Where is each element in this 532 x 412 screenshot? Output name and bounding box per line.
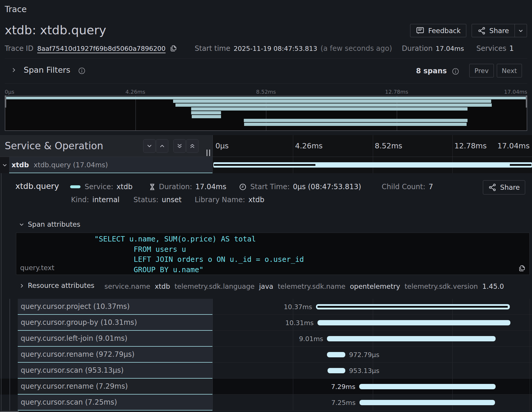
timeline-gridline — [293, 379, 293, 394]
span-filters-info-icon[interactable] — [78, 67, 86, 74]
root-span-name[interactable]: xtdb xtdb.query (17.04ms) — [9, 157, 212, 173]
span-name-cell[interactable]: query.cursor.project (10.37ms) — [18, 299, 212, 315]
timeline-gridline — [293, 363, 293, 378]
trace-id-value[interactable]: 8aaf75410d1927f69b8d5060a7896200 — [37, 45, 166, 52]
critical-path-segment — [214, 164, 315, 166]
duration-label: Duration — [402, 44, 433, 53]
prev-button[interactable]: Prev — [469, 64, 494, 77]
span-row-root[interactable]: xtdb xtdb.query (17.04ms) — [0, 157, 532, 173]
span-filters-label[interactable]: Span Filters — [24, 65, 70, 74]
share-dropdown-button[interactable] — [515, 24, 527, 37]
span-duration-label: 7.25ms — [331, 399, 356, 406]
chevron-down-icon — [146, 143, 153, 149]
span-bar-cell[interactable]: 9.01ms — [212, 331, 532, 347]
span-bar[interactable] — [316, 304, 510, 309]
timeline-gridline — [452, 135, 453, 157]
indent-guide — [1, 299, 1, 315]
indent-guide — [9, 363, 10, 379]
indent-guide — [9, 347, 10, 363]
root-span-bar-cell[interactable] — [212, 157, 532, 173]
expand-one-button[interactable] — [156, 139, 168, 153]
collapse-all-button[interactable] — [173, 139, 186, 153]
span-row[interactable]: query.cursor.group-by (10.31ms)10.31ms — [0, 315, 532, 331]
detail-child-count-label: Child Count: — [382, 183, 425, 191]
root-span-bar[interactable] — [213, 162, 532, 168]
timeline-gridline — [373, 135, 373, 157]
span-name-cell[interactable]: query.cursor.rename (972.79μs) — [18, 347, 212, 363]
span-bar-cell[interactable]: 7.29ms — [212, 379, 532, 395]
resource-attributes-expander[interactable] — [19, 283, 25, 289]
span-bar[interactable] — [317, 320, 510, 325]
resource-attr-value: java — [259, 283, 273, 290]
span-row[interactable]: query.cursor.project (10.37ms)10.37ms — [0, 299, 532, 315]
attribute-value: "SELECT u.name, SUM(o.price) AS total FR… — [94, 234, 304, 275]
detail-child-count-value: 7 — [429, 183, 433, 191]
span-bar[interactable] — [327, 352, 345, 357]
column-resize-handle[interactable] — [207, 150, 210, 156]
span-name-label: query.cursor.rename (972.79μs) — [21, 350, 135, 359]
root-collapse-toggle[interactable] — [0, 157, 9, 173]
minimap-span-bar — [244, 123, 466, 126]
span-attributes-expander[interactable] — [19, 222, 25, 228]
span-bar[interactable] — [328, 368, 345, 373]
span-row[interactable]: query.cursor.rename (972.79μs)972.79μs — [0, 347, 532, 363]
trace-minimap[interactable] — [5, 95, 527, 131]
span-row[interactable]: query.cursor.scan (953.13μs)953.13μs — [0, 363, 532, 379]
service-color-swatch — [70, 185, 80, 188]
span-bar-cell[interactable]: 953.13μs — [212, 363, 532, 379]
span-bar-cell[interactable]: 972.79μs — [212, 347, 532, 363]
copy-trace-id-button[interactable] — [170, 45, 177, 52]
feedback-button[interactable]: Feedback — [410, 24, 466, 37]
share-split-button: Share — [472, 24, 527, 37]
minimap-span-bar — [191, 111, 221, 114]
span-name-label: query.cursor.group-by (10.31ms) — [21, 318, 137, 327]
critical-path-segment — [510, 164, 531, 166]
expand-all-button[interactable] — [186, 139, 199, 153]
detail-start-time-field: Start Time:0μs (08:47:53.813) — [250, 183, 361, 191]
indent-guide — [9, 395, 10, 411]
span-bar[interactable] — [359, 400, 495, 405]
indent-guide — [9, 379, 10, 395]
span-name-cell[interactable]: query.cursor.group-by (10.31ms) — [18, 315, 212, 331]
start-time-label: Start time — [195, 44, 230, 53]
span-name-cell[interactable]: query.cursor.scan (7.25ms) — [18, 395, 212, 411]
attribute-row-query-text: query.text "SELECT u.name, SUM(o.price) … — [16, 233, 530, 275]
minimap-axis-label: 12.78ms — [385, 89, 408, 95]
timeline-ticks: 0μs4.26ms8.52ms12.78ms17.04ms — [212, 135, 532, 157]
chevron-right-icon — [11, 67, 17, 73]
minimap-left-handle[interactable] — [5, 95, 6, 108]
span-name-cell[interactable]: query.cursor.scan (953.13μs) — [18, 363, 212, 379]
minimap-axis: 0μs4.26ms8.52ms12.78ms17.04ms — [5, 89, 527, 95]
detail-share-button[interactable]: Share — [483, 180, 525, 194]
span-bar[interactable] — [327, 336, 495, 341]
span-name-label: query.cursor.left-join (9.01ms) — [21, 334, 128, 343]
span-row[interactable]: query.cursor.rename (7.29ms)7.29ms — [0, 379, 532, 395]
share-button[interactable]: Share — [472, 24, 515, 37]
next-button[interactable]: Next — [497, 64, 522, 77]
resource-attributes-label[interactable]: Resource attributes — [28, 282, 94, 289]
span-bar-cell[interactable]: 10.31ms — [212, 315, 532, 331]
minimap-axis-label: 8.52ms — [256, 89, 276, 95]
critical-path-segment — [317, 306, 508, 308]
span-row[interactable]: query.cursor.scan (7.25ms)7.25ms — [0, 395, 532, 411]
chevron-up-icon — [159, 143, 165, 149]
span-attributes-label[interactable]: Span attributes — [28, 220, 80, 228]
span-bar-cell[interactable]: 7.25ms — [212, 395, 532, 411]
span-name-cell[interactable]: query.cursor.rename (7.29ms) — [18, 379, 212, 395]
detail-service-field: Service:xtdb — [85, 183, 133, 191]
services-value: 1 — [509, 44, 514, 53]
minimap-right-handle[interactable] — [526, 95, 527, 108]
collapse-one-button[interactable] — [143, 139, 156, 153]
span-name-cell[interactable]: query.cursor.left-join (9.01ms) — [18, 331, 212, 347]
span-bar[interactable] — [359, 384, 496, 389]
detail-start-time-value: 0μs (08:47:53.813) — [293, 183, 361, 191]
row-indent-strip — [0, 315, 18, 331]
copy-attribute-button[interactable] — [518, 265, 526, 272]
span-count-info-icon[interactable] — [452, 68, 459, 75]
span-filters-expander[interactable] — [11, 67, 17, 73]
grip-bar — [207, 150, 207, 156]
span-row[interactable]: query.cursor.left-join (9.01ms)9.01ms — [0, 331, 532, 347]
span-bar-cell[interactable]: 10.37ms — [212, 299, 532, 315]
detail-library-field: Library Name:xtdb — [195, 196, 265, 204]
span-detail-panel: xtdb.query Service:xtdb Duration:17.04ms… — [0, 173, 532, 299]
